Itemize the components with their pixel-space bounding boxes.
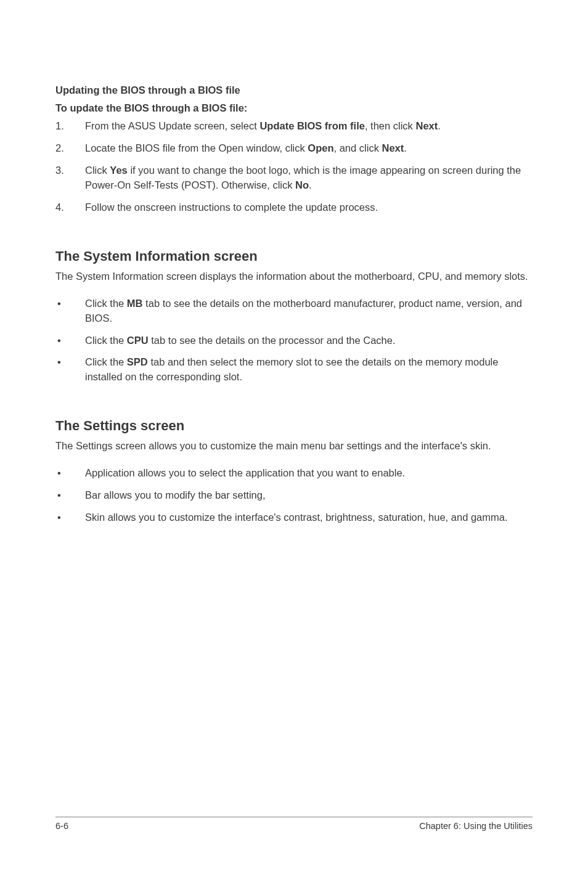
bullet-text: Click the SPD tab and then select the me… <box>85 355 533 385</box>
para-settings-screen: The Settings screen allows you to custom… <box>55 439 533 454</box>
chapter-label: Chapter 6: Using the Utilities <box>419 821 533 831</box>
step-text: From the ASUS Update screen, select Upda… <box>85 119 533 134</box>
list-item: • Application allows you to select the a… <box>55 466 533 481</box>
bullet-text: Skin allows you to customize the interfa… <box>85 510 533 525</box>
list-item: • Click the MB tab to see the details on… <box>55 296 533 326</box>
para-system-information: The System Information screen displays t… <box>55 269 533 284</box>
step-text: Follow the onscreen instructions to comp… <box>85 200 533 215</box>
heading-system-information: The System Information screen <box>55 248 533 264</box>
page-number: 6-6 <box>55 821 68 831</box>
step-text: Click Yes if you want to change the boot… <box>85 163 533 193</box>
step-4: 4. Follow the onscreen instructions to c… <box>55 200 533 215</box>
bullet-text: Click the CPU tab to see the details on … <box>85 333 533 348</box>
bullet-text: Click the MB tab to see the details on t… <box>85 296 533 326</box>
settings-bullets: • Application allows you to select the a… <box>55 466 533 525</box>
subheading-to-update: To update the BIOS through a BIOS file: <box>55 101 533 115</box>
list-item: • Click the CPU tab to see the details o… <box>55 333 533 348</box>
system-info-bullets: • Click the MB tab to see the details on… <box>55 296 533 385</box>
bullet-icon: • <box>55 488 85 503</box>
bullet-text: Bar allows you to modify the bar setting… <box>85 488 533 503</box>
list-item: • Click the SPD tab and then select the … <box>55 355 533 385</box>
heading-settings-screen: The Settings screen <box>55 418 533 434</box>
list-item: • Bar allows you to modify the bar setti… <box>55 488 533 503</box>
step-number: 2. <box>55 141 85 156</box>
step-number: 4. <box>55 200 85 215</box>
steps-list: 1. From the ASUS Update screen, select U… <box>55 119 533 215</box>
step-2: 2. Locate the BIOS file from the Open wi… <box>55 141 533 156</box>
bullet-icon: • <box>55 333 85 348</box>
bullet-icon: • <box>55 466 85 481</box>
subheading-update-bios-file: Updating the BIOS through a BIOS file <box>55 83 533 97</box>
step-3: 3. Click Yes if you want to change the b… <box>55 163 533 193</box>
step-number: 1. <box>55 119 85 134</box>
list-item: • Skin allows you to customize the inter… <box>55 510 533 525</box>
page-content: Updating the BIOS through a BIOS file To… <box>0 0 588 525</box>
page-footer: 6-6 Chapter 6: Using the Utilities <box>55 821 533 831</box>
step-1: 1. From the ASUS Update screen, select U… <box>55 119 533 134</box>
bullet-icon: • <box>55 510 85 525</box>
bullet-icon: • <box>55 296 85 326</box>
bullet-icon: • <box>55 355 85 385</box>
footer-divider <box>55 817 533 817</box>
bullet-text: Application allows you to select the app… <box>85 466 533 481</box>
step-text: Locate the BIOS file from the Open windo… <box>85 141 533 156</box>
step-number: 3. <box>55 163 85 193</box>
